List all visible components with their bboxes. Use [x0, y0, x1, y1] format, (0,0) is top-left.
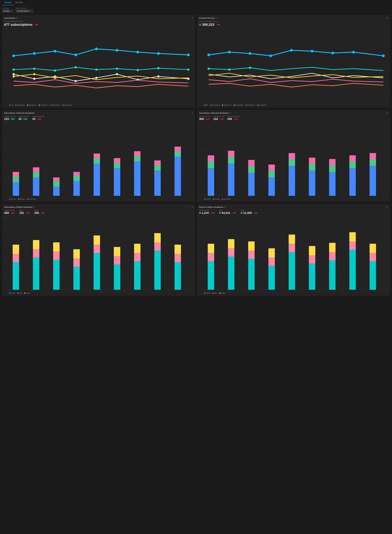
svg-rect-118 — [369, 159, 376, 166]
tab-history[interactable]: HISTORY — [13, 0, 25, 5]
revenue-y-labels: 12.5k 10k 7.5k 5k 2.5k — [199, 28, 204, 99]
svg-point-22 — [157, 67, 159, 69]
svg-rect-116 — [349, 155, 356, 161]
svg-point-31 — [157, 75, 159, 78]
svg-point-6 — [12, 54, 15, 57]
renewed-badge: ↑ 0.3% — [22, 118, 28, 120]
legend-sub5: Subscription 5 — [62, 104, 72, 106]
svg-point-19 — [95, 68, 98, 71]
svg-rect-105 — [289, 166, 295, 196]
svg-rect-66 — [53, 187, 60, 196]
revenue-download-icon[interactable]: ⬇ — [386, 17, 388, 19]
cancel-first-info[interactable]: i — [208, 116, 210, 117]
svg-point-42 — [207, 53, 210, 56]
stat-first-time-value: 123 ↑ 0.3% — [4, 117, 15, 121]
cancel-breakdown-card: Cancelations: Subscriber Breakdown i ⬇ T… — [197, 110, 390, 202]
sub-platform-svg — [9, 216, 193, 290]
revenue-info-icon[interactable]: i — [215, 17, 217, 19]
svg-rect-84 — [174, 157, 181, 196]
rev-platform-apple: Apple $ 64,321 ↓ 2.3% — [219, 210, 237, 215]
revenue-svg — [204, 28, 388, 102]
subscriptions-download-icon[interactable]: ⬇ — [191, 17, 193, 19]
cancel-info-icon[interactable]: i — [229, 112, 231, 114]
svg-rect-64 — [33, 172, 39, 177]
svg-rect-83 — [154, 161, 161, 165]
svg-rect-109 — [309, 164, 315, 170]
svg-rect-162 — [228, 257, 234, 290]
revenue-currency-symbol: $ — [199, 24, 201, 26]
sub-breakdown-svg — [9, 122, 193, 196]
rev-platform-info[interactable]: i — [224, 206, 226, 208]
svg-rect-166 — [248, 251, 255, 259]
subscription-select[interactable]: All Subscriptions Subscription 1 Subscri… — [15, 9, 33, 13]
svg-point-12 — [136, 51, 139, 53]
svg-rect-136 — [73, 258, 80, 267]
svg-rect-135 — [73, 267, 80, 290]
svg-point-7 — [33, 52, 36, 55]
svg-rect-149 — [154, 233, 161, 242]
resurrected-info[interactable]: i — [43, 116, 45, 117]
svg-rect-61 — [13, 176, 19, 182]
sub-platform-x-labels: 2/3 2/7 2/11 2/15 2/19 2/23 2/27 3/4 3/9 — [4, 290, 193, 291]
sub-platform-info[interactable]: i — [33, 206, 35, 208]
rev-google-currency: $ — [241, 212, 243, 214]
row-subscriptions-revenue: Subscriptions i ⬇ Total over selected ti… — [2, 15, 390, 108]
cancel-stat-first: Total First-Time i 369 ↓ 2.3% — [199, 116, 210, 121]
svg-rect-93 — [208, 168, 214, 196]
svg-rect-98 — [228, 151, 234, 157]
svg-rect-152 — [174, 245, 181, 254]
svg-point-43 — [228, 51, 230, 53]
subscriptions-line-chart — [9, 28, 193, 102]
revenue-badge: ↓ 2.3% — [215, 24, 221, 26]
legend-sub3: Subscription 3 — [39, 104, 48, 106]
svg-rect-173 — [289, 235, 295, 244]
svg-rect-67 — [53, 181, 60, 187]
svg-rect-80 — [134, 151, 140, 156]
resurrected-badge: ↓ 2.3% — [36, 118, 42, 120]
subscriptions-total-value: 677 subscriptions ↓ 2.3% — [4, 23, 193, 27]
subscriptions-info-icon[interactable]: i — [16, 17, 18, 19]
svg-rect-107 — [289, 153, 295, 159]
cancel-download-icon[interactable]: ⬇ — [386, 112, 388, 114]
subscription-label: Select Subscription — [15, 7, 33, 9]
svg-rect-145 — [134, 253, 140, 261]
tab-trends[interactable]: TRENDS — [2, 0, 13, 5]
subscription-wrapper: All Subscriptions Subscription 1 Subscri… — [15, 9, 33, 13]
revenue-x-labels: 2/3 2/7 2/11 2/15 2/19 2/23 2/27 3/4 3/9 — [199, 102, 388, 103]
subscriptions-svg — [9, 28, 193, 102]
svg-rect-119 — [369, 153, 376, 159]
svg-rect-65 — [33, 167, 39, 172]
sub-breakdown-bars — [9, 122, 193, 196]
svg-point-34 — [33, 73, 36, 75]
svg-point-13 — [157, 52, 160, 55]
sub-breakdown-download[interactable]: ⬇ — [191, 112, 193, 114]
sub-platform-download[interactable]: ⬇ — [191, 206, 193, 208]
svg-rect-180 — [349, 250, 356, 290]
svg-rect-182 — [349, 232, 356, 241]
renewed-info[interactable]: i — [27, 116, 29, 117]
svg-rect-63 — [33, 177, 39, 196]
platform-apple: Apple 152 ↓ 2.3% — [19, 210, 30, 215]
svg-point-28 — [95, 77, 98, 79]
first-time-info[interactable]: i — [14, 116, 15, 117]
sub-platform-chart: 12.5k 10k 7.5k 5k 2.5k — [4, 216, 193, 290]
svg-rect-140 — [93, 236, 100, 245]
svg-rect-148 — [154, 242, 161, 250]
rev-desktop-currency: $ — [199, 212, 201, 214]
svg-rect-133 — [53, 252, 60, 260]
svg-rect-114 — [349, 168, 356, 196]
date-range-select[interactable]: 30 Days 7 Days 90 Days 1 Year — [2, 9, 13, 13]
platform-desktop: Desktop and Web 369 ↓ 2.3% — [4, 210, 15, 215]
cancel-resurrected-info[interactable]: i — [238, 116, 240, 117]
sub-platform-bars — [9, 216, 193, 290]
svg-rect-171 — [289, 252, 295, 290]
svg-rect-165 — [248, 259, 255, 290]
svg-rect-185 — [369, 244, 376, 253]
row-breakdowns: Subscriptions: Subscriber Breakdown ⬇ To… — [2, 110, 390, 202]
svg-rect-139 — [93, 245, 100, 253]
svg-rect-100 — [248, 166, 255, 173]
rev-platform-download[interactable]: ⬇ — [386, 206, 388, 208]
svg-point-8 — [54, 50, 56, 52]
cancel-renewed-info[interactable]: i — [222, 116, 224, 117]
svg-point-16 — [33, 67, 36, 70]
